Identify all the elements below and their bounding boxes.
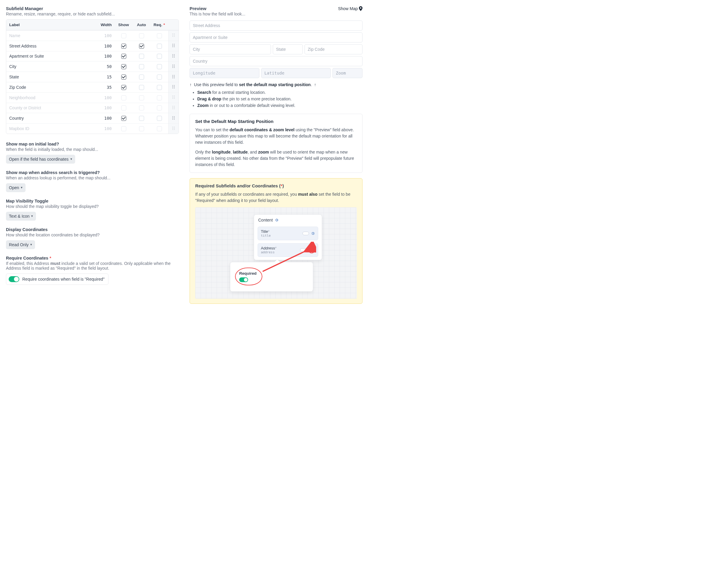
checkbox-auto[interactable] bbox=[139, 95, 144, 100]
row-width[interactable]: 100 bbox=[97, 30, 115, 41]
toggle-require-coords[interactable]: Require coordinates when field is "Requi… bbox=[6, 274, 108, 285]
row-width[interactable]: 100 bbox=[97, 51, 115, 61]
row-label[interactable]: Country bbox=[6, 113, 97, 123]
row-width[interactable]: 100 bbox=[97, 41, 115, 51]
switch-on-icon bbox=[239, 277, 248, 282]
checkbox-show[interactable] bbox=[121, 44, 126, 49]
svg-point-57 bbox=[174, 128, 174, 128]
drag-handle[interactable] bbox=[168, 82, 179, 92]
arrow-up-icon: ↑ bbox=[189, 82, 192, 87]
row-label[interactable]: Zip Code bbox=[6, 82, 97, 92]
row-width[interactable]: 35 bbox=[97, 82, 115, 92]
checkbox-show[interactable] bbox=[121, 64, 126, 69]
checkbox-req[interactable] bbox=[157, 54, 162, 59]
drag-handle[interactable] bbox=[168, 113, 179, 123]
checkbox-show[interactable] bbox=[121, 75, 126, 80]
svg-point-28 bbox=[172, 78, 173, 78]
row-width[interactable]: 50 bbox=[97, 61, 115, 71]
checkbox-show[interactable] bbox=[121, 95, 126, 100]
checkbox-req[interactable] bbox=[157, 44, 162, 49]
svg-point-20 bbox=[172, 66, 173, 66]
drag-handle[interactable] bbox=[168, 51, 179, 61]
drag-handle[interactable] bbox=[168, 41, 179, 51]
table-row: Neighborhood100 bbox=[6, 92, 179, 103]
svg-point-36 bbox=[172, 96, 173, 96]
checkbox-req[interactable] bbox=[157, 33, 162, 38]
row-label[interactable]: Mapbox ID bbox=[6, 123, 97, 134]
checkbox-req[interactable] bbox=[157, 95, 162, 100]
setting-display-coords-title: Display Coordinates bbox=[6, 227, 179, 232]
checkbox-show[interactable] bbox=[121, 33, 126, 38]
svg-point-49 bbox=[174, 116, 174, 117]
drag-handle[interactable] bbox=[168, 71, 179, 82]
svg-point-23 bbox=[174, 67, 174, 68]
checkbox-auto[interactable] bbox=[139, 33, 144, 38]
drag-handle[interactable] bbox=[168, 92, 179, 103]
row-label[interactable]: Name bbox=[6, 30, 97, 41]
setting-initial-load-sub: When the field is initially loaded, the … bbox=[6, 147, 179, 152]
select-initial-load[interactable]: Open if the field has coordinates▾ bbox=[6, 155, 75, 164]
checkbox-show[interactable] bbox=[121, 116, 126, 121]
row-label[interactable]: County or District bbox=[6, 103, 97, 113]
checkbox-show[interactable] bbox=[121, 54, 126, 59]
drag-handle[interactable] bbox=[168, 61, 179, 71]
svg-point-39 bbox=[174, 97, 174, 98]
checkbox-auto[interactable] bbox=[139, 64, 144, 69]
svg-point-27 bbox=[174, 76, 174, 77]
checkbox-req[interactable] bbox=[157, 116, 162, 121]
preview-state-input[interactable]: State bbox=[273, 44, 303, 54]
checkbox-auto[interactable] bbox=[139, 126, 144, 131]
row-width[interactable]: 100 bbox=[97, 113, 115, 123]
checkbox-req[interactable] bbox=[157, 126, 162, 131]
svg-point-33 bbox=[174, 86, 174, 87]
select-search-trigger[interactable]: Open▾ bbox=[6, 183, 25, 192]
checkbox-auto[interactable] bbox=[139, 85, 144, 90]
preview-apt-input[interactable]: Apartment or Suite bbox=[189, 33, 363, 42]
preview-country-input[interactable]: Country bbox=[189, 56, 363, 66]
svg-point-15 bbox=[174, 56, 174, 56]
svg-point-9 bbox=[174, 45, 174, 46]
checkbox-req[interactable] bbox=[157, 85, 162, 90]
checkbox-auto[interactable] bbox=[139, 44, 144, 49]
row-label[interactable]: Street Address bbox=[6, 41, 97, 51]
drag-handle[interactable] bbox=[168, 30, 179, 41]
svg-point-40 bbox=[172, 98, 173, 99]
preview-city-input[interactable]: City bbox=[189, 44, 271, 54]
checkbox-req[interactable] bbox=[157, 64, 162, 69]
preview-zip-input[interactable]: Zip Code bbox=[305, 44, 363, 54]
drag-handle[interactable] bbox=[168, 123, 179, 134]
row-width[interactable]: 15 bbox=[97, 71, 115, 82]
checkbox-req[interactable] bbox=[157, 75, 162, 80]
checkbox-auto[interactable] bbox=[139, 75, 144, 80]
drag-handle[interactable] bbox=[168, 103, 179, 113]
row-width[interactable]: 100 bbox=[97, 123, 115, 134]
row-label[interactable]: City bbox=[6, 61, 97, 71]
checkbox-req[interactable] bbox=[157, 105, 162, 110]
row-label[interactable]: Apartment or Suite bbox=[6, 51, 97, 61]
chevron-down-icon: ▾ bbox=[21, 186, 23, 189]
checkbox-show[interactable] bbox=[121, 105, 126, 110]
setting-req-coords-sub: If enabled, this Address must include a … bbox=[6, 261, 179, 271]
checkbox-auto[interactable] bbox=[139, 116, 144, 121]
subfield-subtitle: Rename, resize, rearrange, require, or h… bbox=[6, 12, 179, 16]
select-vis-toggle[interactable]: Text & Icon▾ bbox=[6, 212, 36, 220]
svg-point-6 bbox=[172, 44, 173, 45]
row-width[interactable]: 100 bbox=[97, 92, 115, 103]
select-display-coords[interactable]: Read Only▾ bbox=[6, 240, 35, 249]
checkbox-auto[interactable] bbox=[139, 105, 144, 110]
list-item: Drag & drop the pin to set a more precis… bbox=[197, 97, 363, 101]
checkbox-show[interactable] bbox=[121, 85, 126, 90]
preview-street-input[interactable]: Street Address bbox=[189, 20, 363, 30]
row-width[interactable]: 100 bbox=[97, 103, 115, 113]
switch-on-icon bbox=[8, 276, 19, 282]
svg-point-22 bbox=[172, 67, 173, 68]
checkbox-show[interactable] bbox=[121, 126, 126, 131]
row-label[interactable]: State bbox=[6, 71, 97, 82]
row-label[interactable]: Neighborhood bbox=[6, 92, 97, 103]
checkbox-auto[interactable] bbox=[139, 54, 144, 59]
show-map-toggle[interactable]: Show Map bbox=[338, 6, 363, 11]
col-width: Width bbox=[97, 20, 115, 30]
col-show: Show bbox=[115, 20, 132, 30]
svg-point-7 bbox=[174, 44, 174, 45]
list-item: Search for a central starting location. bbox=[197, 90, 363, 95]
